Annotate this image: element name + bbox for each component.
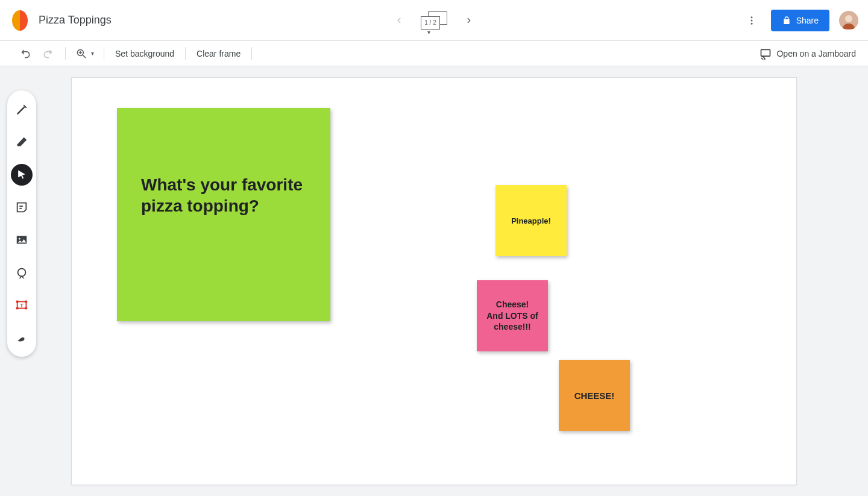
svg-rect-16: [16, 301, 19, 303]
svg-rect-18: [16, 307, 19, 310]
share-button[interactable]: Share: [771, 10, 829, 31]
jamboard-logo: [12, 10, 28, 31]
laser-tool[interactable]: [11, 327, 33, 348]
open-on-jamboard-label: Open on a Jamboard: [776, 49, 856, 58]
svg-point-1: [750, 19, 752, 21]
text-box-icon: T: [15, 298, 28, 312]
frame-navigator: 1 / 2 ▾: [392, 11, 476, 30]
pen-tool[interactable]: [11, 99, 33, 121]
svg-rect-17: [25, 301, 28, 303]
svg-line-6: [83, 55, 86, 57]
undo-icon: [19, 48, 31, 60]
eraser-icon: [15, 136, 28, 149]
canvas-area: What's your favorite pizza topping? Pine…: [0, 66, 868, 496]
svg-point-0: [750, 16, 752, 18]
header-bar: Pizza Toppings 1 / 2 ▾ Share: [0, 0, 868, 41]
zoom-menu[interactable]: ▾: [75, 48, 94, 60]
cursor-icon: [16, 169, 28, 181]
shape-tool[interactable]: [11, 262, 33, 283]
svg-text:T: T: [20, 303, 24, 309]
sticky-note-orange[interactable]: CHEESE!: [559, 360, 630, 431]
circle-icon: [15, 266, 28, 279]
clear-frame-button[interactable]: Clear frame: [195, 46, 242, 61]
document-title[interactable]: Pizza Toppings: [39, 14, 112, 27]
undo-button[interactable]: [18, 46, 33, 61]
frame-indicator[interactable]: 1 / 2 ▾: [421, 11, 447, 30]
svg-rect-19: [25, 307, 28, 310]
svg-point-2: [750, 22, 752, 24]
more-menu-button[interactable]: [742, 11, 761, 30]
svg-point-13: [19, 238, 20, 240]
frame-counter: 1 / 2: [421, 16, 440, 30]
lock-icon: [782, 16, 791, 25]
chevron-left-icon: [395, 16, 403, 25]
more-vert-icon: [746, 15, 757, 26]
cast-icon: [760, 48, 772, 60]
chevron-down-icon: ▾: [427, 29, 430, 36]
set-background-button[interactable]: Set background: [114, 46, 175, 61]
tool-palette: T: [7, 90, 36, 357]
next-frame-button[interactable]: [462, 13, 476, 28]
svg-point-14: [18, 269, 26, 277]
text-box-tool[interactable]: T: [11, 294, 33, 316]
sticky-note-pink[interactable]: Cheese! And LOTS of cheese!!!: [477, 280, 548, 351]
prev-frame-button[interactable]: [392, 13, 406, 28]
avatar-icon: [839, 11, 858, 30]
zoom-icon: [75, 48, 87, 60]
redo-button[interactable]: [41, 46, 55, 61]
sticky-note-tool[interactable]: [11, 196, 33, 218]
account-avatar[interactable]: [839, 11, 858, 30]
image-tool[interactable]: [11, 229, 33, 251]
jam-board[interactable]: What's your favorite pizza topping? Pine…: [71, 77, 797, 485]
select-tool[interactable]: [11, 164, 33, 186]
sticky-note-icon: [15, 201, 28, 214]
redo-icon: [42, 48, 54, 60]
chevron-right-icon: [465, 16, 473, 25]
sticky-note-yellow[interactable]: Pineapple!: [495, 185, 567, 256]
pen-icon: [15, 103, 28, 116]
image-icon: [15, 233, 28, 246]
share-button-label: Share: [796, 16, 819, 25]
sub-toolbar: ▾ Set background Clear frame Open on a J…: [0, 41, 868, 66]
open-on-jamboard-button[interactable]: Open on a Jamboard: [760, 48, 856, 60]
svg-point-4: [845, 15, 852, 22]
svg-rect-9: [761, 49, 770, 56]
laser-icon: [15, 331, 28, 344]
sticky-note-prompt[interactable]: What's your favorite pizza topping?: [117, 108, 330, 321]
eraser-tool[interactable]: [11, 131, 33, 153]
caret-down-icon: ▾: [91, 50, 94, 57]
